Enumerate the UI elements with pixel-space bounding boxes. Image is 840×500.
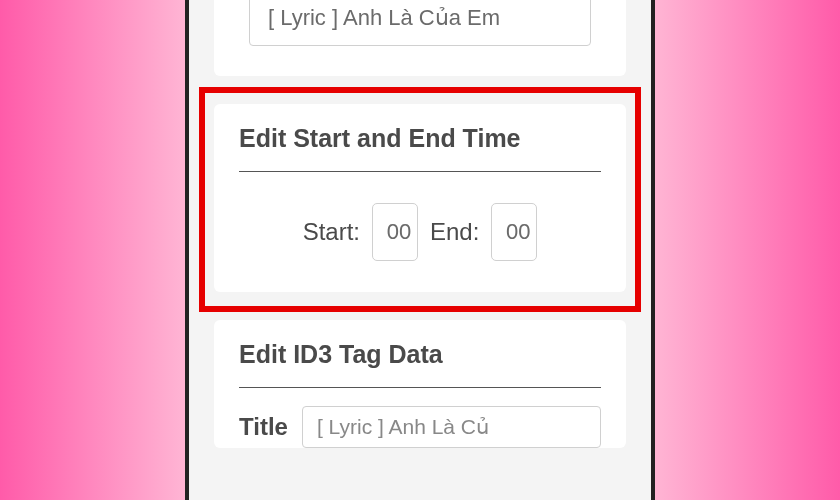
id3-card: Edit ID3 Tag Data Title [ Lyric ] Anh Là… (214, 320, 626, 448)
start-label: Start: (303, 218, 360, 246)
time-section-title: Edit Start and End Time (239, 124, 601, 153)
lyric-card: [ Lyric ] Anh Là Của Em (214, 0, 626, 76)
divider (239, 171, 601, 172)
phone-screen: [ Lyric ] Anh Là Của Em Edit Start and E… (185, 0, 655, 500)
id3-section-title: Edit ID3 Tag Data (239, 340, 601, 369)
end-input[interactable]: 00 (491, 203, 537, 261)
divider (239, 387, 601, 388)
title-input[interactable]: [ Lyric ] Anh Là Củ (302, 406, 601, 448)
background-right (655, 0, 840, 500)
time-card: Edit Start and End Time Start: 00 End: 0… (214, 104, 626, 292)
time-row: Start: 00 End: 00 (239, 197, 601, 267)
background-left (0, 0, 185, 500)
start-input[interactable]: 00 (372, 203, 418, 261)
end-label: End: (430, 218, 479, 246)
title-row: Title [ Lyric ] Anh Là Củ (239, 406, 601, 448)
lyric-input[interactable]: [ Lyric ] Anh Là Của Em (249, 0, 591, 46)
title-label: Title (239, 413, 288, 441)
